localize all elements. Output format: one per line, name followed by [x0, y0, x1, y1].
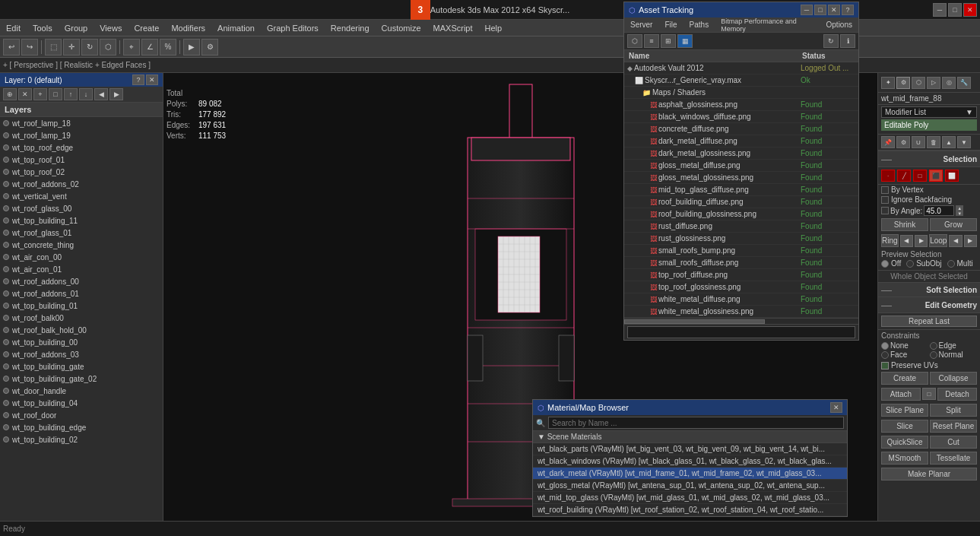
utilities-icon[interactable]: 🔧	[957, 77, 971, 89]
asset-menu-bitmap[interactable]: Bitmap Performance and Memory	[715, 17, 820, 32]
layer-item[interactable]: wt_top_building_02	[0, 433, 163, 446]
by-angle-checkbox[interactable]	[881, 207, 889, 214]
edit-geo-expand-btn[interactable]: —	[881, 299, 892, 311]
element-select-btn[interactable]: ⬜	[945, 170, 959, 182]
multi-radio[interactable]	[947, 260, 955, 268]
material-close-btn[interactable]: ✕	[830, 402, 842, 413]
asset-row[interactable]: 🖼white_metal_glossiness.pngFound	[624, 306, 858, 318]
motion-icon[interactable]: ▷	[927, 77, 940, 89]
asset-row[interactable]: 🖼roof_building_diffuse.pngFound	[624, 196, 858, 208]
select-btn[interactable]: ⬚	[45, 39, 62, 56]
move-btn[interactable]: ✛	[63, 39, 80, 56]
layer-item[interactable]: wt_roof_lamp_19	[0, 129, 163, 141]
asset-row[interactable]: 🖼roof_building_glossiness.pngFound	[624, 208, 858, 220]
pin-stack-btn[interactable]: 📌	[881, 136, 895, 148]
layer-item[interactable]: wt_door_handle	[0, 385, 163, 397]
hierarchy-icon[interactable]: ⬡	[912, 77, 925, 89]
detach-btn[interactable]: Detach	[937, 388, 977, 401]
asset-row[interactable]: 🖼concrete_diffuse.pngFound	[624, 123, 858, 135]
menu-tools[interactable]: Tools	[27, 20, 59, 36]
asset-tool-3[interactable]: ⊞	[661, 34, 676, 48]
layer-item[interactable]: wt_top_building_gate	[0, 360, 163, 373]
render-btn[interactable]: ▶	[183, 39, 200, 56]
shrink-btn[interactable]: Shrink	[881, 218, 928, 231]
layer-item[interactable]: wt_concrete_thing	[0, 239, 163, 251]
menu-views[interactable]: Views	[94, 20, 128, 36]
face-radio[interactable]	[881, 351, 889, 359]
create-icon[interactable]: ✦	[881, 77, 895, 89]
layer-item[interactable]: wt_air_con_01	[0, 263, 163, 275]
collapse-btn[interactable]: Collapse	[930, 372, 977, 385]
material-item[interactable]: wt_gloss_metal (VRayMtl) [wt_antena_sup_…	[533, 480, 847, 492]
soft-sel-expand-btn[interactable]: —	[881, 284, 892, 296]
asset-row[interactable]: 🖼top_roof_glossiness.pngFound	[624, 281, 858, 293]
asset-menu-options[interactable]: Options	[820, 17, 858, 32]
layer-item[interactable]: wt_top_building_00	[0, 336, 163, 348]
asset-row[interactable]: 🖼gloss_metal_diffuse.pngFound	[624, 160, 858, 172]
by-vertex-checkbox[interactable]	[881, 186, 889, 194]
normal-radio[interactable]	[930, 351, 937, 359]
layer-item[interactable]: wt_roof_addons_00	[0, 275, 163, 287]
asset-row[interactable]: 🖼rust_diffuse.pngFound	[624, 220, 858, 233]
asset-close-btn[interactable]: ✕	[828, 5, 840, 15]
menu-help[interactable]: Help	[479, 20, 509, 36]
asset-menu-server[interactable]: Server	[624, 17, 658, 32]
reset-plane-btn[interactable]: Reset Plane	[930, 420, 977, 433]
layer-close-btn[interactable]: ✕	[146, 75, 158, 85]
selection-expand-btn[interactable]: —	[881, 153, 892, 165]
asset-maximize-btn[interactable]: □	[814, 5, 826, 15]
menu-rendering[interactable]: Rendering	[325, 20, 376, 36]
quickslice-btn[interactable]: QuickSlice	[881, 436, 928, 449]
snap-btn[interactable]: ⌖	[123, 39, 140, 56]
move-down-btn[interactable]: ▼	[957, 136, 971, 148]
percent-snap-btn[interactable]: %	[160, 39, 176, 56]
layer-item[interactable]: wt_roof_balk00	[0, 312, 163, 324]
layer-item[interactable]: wt_roof_addons_02	[0, 178, 163, 190]
layer-item[interactable]: wt_roof_addons_03	[0, 348, 163, 360]
asset-info-btn[interactable]: ℹ	[840, 34, 855, 48]
preserve-uvs-checkbox[interactable]	[881, 362, 889, 369]
subobj-radio[interactable]	[906, 260, 914, 268]
material-item[interactable]: wt_mid_top_glass (VRayMtl) [wt_mid_glass…	[533, 492, 847, 504]
menu-create[interactable]: Create	[128, 20, 165, 36]
menu-graph-editors[interactable]: Graph Editors	[261, 20, 325, 36]
layer-item[interactable]: wt_top_building_01	[0, 300, 163, 312]
by-angle-down[interactable]: ▼	[956, 211, 963, 216]
menu-animation[interactable]: Animation	[211, 20, 261, 36]
asset-row[interactable]: 🖼dark_metal_diffuse.pngFound	[624, 135, 858, 147]
layer-next-btn[interactable]: ▶	[109, 88, 123, 100]
layer-item[interactable]: wt_air_con_00	[0, 251, 163, 263]
attach-settings-btn[interactable]: □	[922, 388, 936, 400]
asset-list[interactable]: ◆Autodesk Vault 2012Logged Out ...⬜Skysc…	[624, 62, 858, 318]
vertex-select-btn[interactable]: ·	[881, 170, 895, 182]
asset-row[interactable]: 🖼asphalt_glossiness.pngFound	[624, 99, 858, 111]
asset-row[interactable]: 🖼top_roof_diffuse.pngFound	[624, 269, 858, 281]
asset-search-input[interactable]	[627, 326, 855, 338]
cut-btn[interactable]: Cut	[930, 436, 977, 449]
by-angle-spinner[interactable]: ▲ ▼	[956, 205, 963, 216]
material-item[interactable]: wt_roof_building (VRayMtl) [wt_roof_stat…	[533, 504, 847, 516]
menu-customize[interactable]: Customize	[376, 20, 427, 36]
layer-item[interactable]: wt_top_building_04	[0, 397, 163, 409]
undo-btn[interactable]: ↩	[3, 39, 20, 56]
scale-btn[interactable]: ⬡	[100, 39, 116, 56]
loop-arrow-btn[interactable]: ◀	[949, 235, 962, 247]
attach-btn[interactable]: Attach	[881, 388, 921, 401]
asset-tool-1[interactable]: ⬡	[627, 34, 642, 48]
layer-item[interactable]: wt_top_building_11	[0, 214, 163, 227]
layer-item[interactable]: wt_roof_addons_01	[0, 287, 163, 300]
make-planar-btn[interactable]: Make Planar	[881, 468, 977, 480]
asset-row[interactable]: 🖼white_metal_diffuse.pngFound	[624, 293, 858, 306]
rotate-btn[interactable]: ↻	[81, 39, 98, 56]
layer-up-btn[interactable]: ↑	[64, 88, 78, 100]
asset-tool-2[interactable]: ≡	[644, 34, 659, 48]
display-icon[interactable]: ◎	[942, 77, 956, 89]
close-btn[interactable]: ✕	[963, 3, 977, 17]
material-search-input[interactable]	[548, 417, 844, 429]
asset-scroll-thumb[interactable]	[624, 319, 765, 324]
configure-btn[interactable]: ⚙	[896, 136, 910, 148]
by-angle-up[interactable]: ▲	[956, 205, 963, 211]
layer-sel-obj-btn[interactable]: □	[49, 88, 62, 100]
tessellate-btn[interactable]: Tessellate	[930, 452, 977, 465]
asset-row[interactable]: ⬜Skyscr...r_Generic_vray.maxOk	[624, 75, 858, 87]
